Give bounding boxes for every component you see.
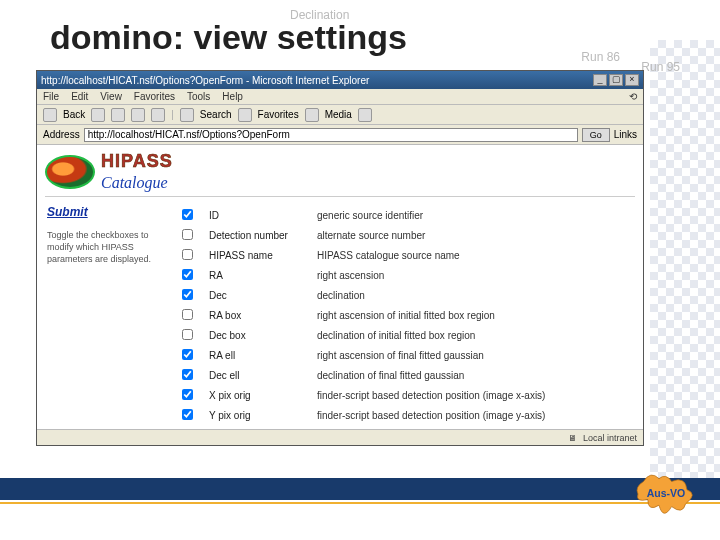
menu-help[interactable]: Help — [222, 91, 243, 102]
table-row: X pix finalfinal box detection position … — [177, 425, 633, 429]
address-label: Address — [43, 129, 80, 140]
table-row: Dec elldeclination of final fitted gauss… — [177, 365, 633, 385]
links-label[interactable]: Links — [614, 129, 637, 140]
table-row: RA ellright ascension of final fitted ga… — [177, 345, 633, 365]
param-desc: right ascension of final fitted gaussian — [317, 350, 633, 361]
param-checkbox[interactable] — [182, 429, 193, 430]
param-name: Dec box — [209, 330, 317, 341]
param-checkbox[interactable] — [182, 229, 193, 240]
maximize-button[interactable]: ▢ — [609, 74, 623, 86]
param-name: Detection number — [209, 230, 317, 241]
param-name: ID — [209, 210, 317, 221]
param-desc: finder-script based detection position (… — [317, 390, 633, 401]
browser-window: http://localhost/HICAT.nsf/Options?OpenF… — [36, 70, 644, 446]
table-row: X pix origfinder-script based detection … — [177, 385, 633, 405]
address-bar: Address Go Links — [37, 125, 643, 145]
menu-bar: File Edit View Favorites Tools Help ⟲ — [37, 89, 643, 105]
param-checkbox[interactable] — [182, 209, 193, 220]
footer-band — [0, 478, 720, 500]
param-name: RA ell — [209, 350, 317, 361]
back-icon[interactable] — [43, 108, 57, 122]
parameter-grid: IDgeneric source identifierDetection num… — [177, 205, 633, 429]
table-row: IDgeneric source identifier — [177, 205, 633, 225]
param-desc: declination of final fitted gaussian — [317, 370, 633, 381]
param-desc: generic source identifier — [317, 210, 633, 221]
stop-icon[interactable] — [111, 108, 125, 122]
media-button[interactable]: Media — [325, 109, 352, 120]
minimize-button[interactable]: _ — [593, 74, 607, 86]
table-row: Detection numberalternate source number — [177, 225, 633, 245]
go-button[interactable]: Go — [582, 128, 610, 142]
status-bar: 🖥 Local intranet — [37, 429, 643, 445]
logo-text-catalogue: Catalogue — [101, 174, 173, 192]
param-name: RA box — [209, 310, 317, 321]
menu-favorites[interactable]: Favorites — [134, 91, 175, 102]
hipass-logo-icon — [45, 155, 95, 189]
param-desc: HIPASS catalogue source name — [317, 250, 633, 261]
param-desc: declination of initial fitted box region — [317, 330, 633, 341]
param-name: RA — [209, 270, 317, 281]
table-row: RAright ascension — [177, 265, 633, 285]
menu-tools[interactable]: Tools — [187, 91, 210, 102]
footer-accent-line — [0, 502, 720, 504]
menu-throbber-icon: ⟲ — [629, 91, 637, 102]
menu-file[interactable]: File — [43, 91, 59, 102]
param-desc: declination — [317, 290, 633, 301]
zone-icon: 🖥 — [568, 433, 577, 443]
divider — [45, 196, 635, 197]
window-titlebar: http://localhost/HICAT.nsf/Options?OpenF… — [37, 71, 643, 89]
home-icon[interactable] — [151, 108, 165, 122]
param-checkbox[interactable] — [182, 269, 193, 280]
history-icon[interactable] — [358, 108, 372, 122]
param-checkbox[interactable] — [182, 349, 193, 360]
param-checkbox[interactable] — [182, 389, 193, 400]
ausvo-logo: Aus-VO — [630, 466, 702, 522]
menu-view[interactable]: View — [100, 91, 122, 102]
table-row: Y pix origfinder-script based detection … — [177, 405, 633, 425]
close-button[interactable]: × — [625, 74, 639, 86]
param-checkbox[interactable] — [182, 409, 193, 420]
param-name: Y pix orig — [209, 410, 317, 421]
ausvo-text: Aus-VO — [647, 487, 686, 499]
table-row: HIPASS nameHIPASS catalogue source name — [177, 245, 633, 265]
param-name: Dec ell — [209, 370, 317, 381]
favorites-icon[interactable] — [238, 108, 252, 122]
submit-link[interactable]: Submit — [47, 205, 88, 219]
table-row: RA boxright ascension of initial fitted … — [177, 305, 633, 325]
back-button[interactable]: Back — [63, 109, 85, 120]
menu-edit[interactable]: Edit — [71, 91, 88, 102]
favorites-button[interactable]: Favorites — [258, 109, 299, 120]
slide-title: domino: view settings — [50, 18, 407, 57]
table-row: Dec boxdeclination of initial fitted box… — [177, 325, 633, 345]
param-name: HIPASS name — [209, 250, 317, 261]
toolbar: Back | Search Favorites Media — [37, 105, 643, 125]
param-name: X pix orig — [209, 390, 317, 401]
search-icon[interactable] — [180, 108, 194, 122]
forward-icon[interactable] — [91, 108, 105, 122]
param-desc: right ascension of initial fitted box re… — [317, 310, 633, 321]
window-title: http://localhost/HICAT.nsf/Options?OpenF… — [41, 75, 593, 86]
sidebar-note: Toggle the checkboxes to modify which HI… — [47, 229, 167, 265]
table-row: Decdeclination — [177, 285, 633, 305]
param-desc: alternate source number — [317, 230, 633, 241]
param-desc: right ascension — [317, 270, 633, 281]
param-checkbox[interactable] — [182, 309, 193, 320]
logo-text-hipass: HIPASS — [101, 151, 173, 172]
page-content: HIPASS Catalogue Submit Toggle the check… — [37, 145, 643, 429]
param-name: Dec — [209, 290, 317, 301]
media-icon[interactable] — [305, 108, 319, 122]
refresh-icon[interactable] — [131, 108, 145, 122]
search-button[interactable]: Search — [200, 109, 232, 120]
param-checkbox[interactable] — [182, 249, 193, 260]
param-checkbox[interactable] — [182, 369, 193, 380]
bg-checker — [650, 40, 720, 480]
status-zone: Local intranet — [583, 433, 637, 443]
param-checkbox[interactable] — [182, 329, 193, 340]
param-desc: finder-script based detection position (… — [317, 410, 633, 421]
address-input[interactable] — [84, 128, 578, 142]
wm-run86: Run 86 — [581, 50, 620, 64]
param-checkbox[interactable] — [182, 289, 193, 300]
